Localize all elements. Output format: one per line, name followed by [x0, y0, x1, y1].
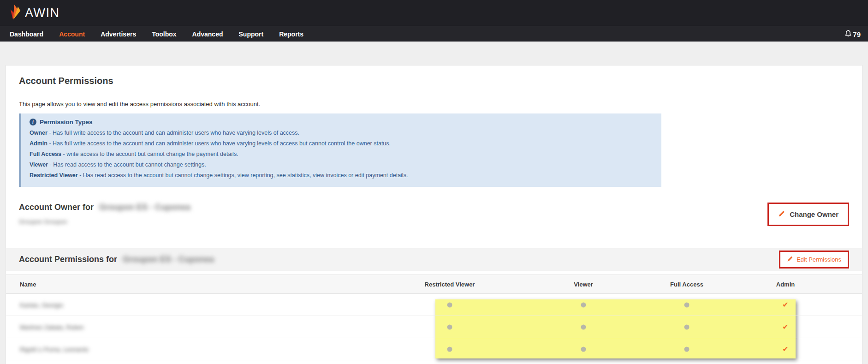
permission-term: Admin [30, 140, 48, 147]
owner-name-redacted: Groupon Groupon [19, 218, 190, 225]
edit-permissions-annotation-box: Edit Permissions [779, 251, 849, 269]
radio-dot-icon [447, 324, 452, 329]
radio-dot-icon [581, 346, 586, 352]
edit-permissions-label: Edit Permissions [797, 256, 841, 263]
nav-item-dashboard[interactable]: Dashboard [2, 26, 51, 42]
pencil-icon [778, 210, 785, 219]
edit-permissions-button[interactable]: Edit Permissions [780, 252, 848, 267]
permission-desc: write access to the account but cannot c… [66, 151, 238, 157]
admin-check-icon: ✔ [782, 346, 788, 353]
nav-item-toolbox[interactable]: Toolbox [144, 26, 184, 42]
app-header: AWIN [0, 0, 868, 26]
column-header-restricted-viewer: Restricted Viewer [425, 281, 475, 288]
account-permissions-section-header: Account Permissions for Groupon ES - Cup… [6, 248, 862, 271]
pencil-icon [787, 256, 793, 263]
main-nav: Dashboard Account Advertisers Toolbox Ad… [0, 26, 868, 42]
radio-viewer-unselected[interactable] [581, 346, 586, 352]
account-owner-section: Account Owner for Groupon ES - Cuponea G… [19, 203, 849, 226]
admin-check-icon: ✔ [782, 301, 788, 309]
user-name-redacted: Rigolli Li Puma, Leonardo [20, 346, 89, 352]
nav-item-advertisers[interactable]: Advertisers [93, 26, 144, 42]
table-row: Rigolli Li Puma, Leonardo ✔ [6, 338, 862, 360]
permission-desc: Has read access to the account but canno… [83, 172, 408, 179]
user-name-redacted: Kantas, Georgio [20, 301, 63, 308]
separator: - [50, 161, 52, 168]
permission-type-viewer: Viewer - Has read access to the account … [30, 160, 653, 170]
awin-flame-icon [9, 4, 22, 22]
info-icon: i [30, 119, 36, 125]
nav-item-reports[interactable]: Reports [271, 26, 311, 42]
notifications-button[interactable]: 79 [844, 26, 861, 42]
radio-dot-icon [684, 324, 690, 329]
table-row: Martinez Zabala, Ruben ✔ [6, 316, 862, 338]
radio-dot-icon [684, 302, 690, 307]
logo-text: AWIN [25, 6, 60, 20]
permission-types-infobox: i Permission Types Owner - Has full writ… [19, 113, 661, 187]
infobox-title: i Permission Types [30, 119, 653, 125]
permission-desc: Has read access to the account but canno… [53, 161, 206, 168]
nav-item-advanced[interactable]: Advanced [184, 26, 231, 42]
radio-viewer-unselected[interactable] [581, 302, 586, 307]
notifications-count: 79 [853, 30, 861, 38]
separator: - [63, 151, 65, 157]
separator: - [79, 172, 81, 179]
column-header-full-access: Full Access [670, 281, 703, 288]
permission-term: Full Access [30, 151, 61, 157]
account-permissions-heading: Account Permissions for Groupon ES - Cup… [19, 255, 214, 264]
radio-full-access-unselected[interactable] [684, 302, 690, 307]
radio-restricted-viewer-unselected[interactable] [447, 346, 452, 352]
permission-term: Viewer [30, 161, 48, 168]
radio-full-access-unselected[interactable] [684, 346, 690, 352]
radio-dot-icon [447, 302, 452, 307]
radio-dot-icon [581, 302, 586, 307]
account-name-redacted: Groupon ES - Cuponea [123, 255, 214, 264]
permission-type-full-access: Full Access - write access to the accoun… [30, 149, 653, 160]
permission-type-owner: Owner - Has full write access to the acc… [30, 128, 653, 138]
change-owner-label: Change Owner [790, 210, 838, 218]
radio-full-access-unselected[interactable] [684, 324, 690, 329]
account-owner-info: Account Owner for Groupon ES - Cuponea G… [19, 203, 190, 225]
radio-dot-icon [447, 346, 452, 352]
account-owner-heading-text: Account Owner for [19, 203, 94, 212]
separator: - [49, 130, 51, 136]
nav-item-support[interactable]: Support [231, 26, 272, 42]
infobox-title-text: Permission Types [40, 119, 93, 125]
column-header-name: Name [20, 281, 36, 288]
permission-term: Restricted Viewer [30, 172, 78, 179]
column-header-viewer: Viewer [574, 281, 593, 288]
account-permissions-card: Account Permissions This page allows you… [6, 65, 862, 364]
bell-icon [844, 30, 852, 39]
radio-dot-icon [684, 346, 690, 352]
change-owner-annotation-box: Change Owner [767, 203, 849, 226]
permission-term: Owner [30, 130, 48, 136]
account-owner-heading: Account Owner for Groupon ES - Cuponea [19, 203, 190, 212]
awin-logo[interactable]: AWIN [9, 4, 60, 22]
permission-type-admin: Admin - Has full write access to the acc… [30, 138, 653, 149]
radio-dot-icon [581, 324, 586, 329]
radio-restricted-viewer-unselected[interactable] [447, 324, 452, 329]
admin-check-icon: ✔ [782, 323, 788, 331]
radio-restricted-viewer-unselected[interactable] [447, 302, 452, 307]
user-name-redacted: Martinez Zabala, Ruben [20, 323, 84, 330]
permissions-table-body: Kantas, Georgio ✔ Martinez Zabala, Ruben… [6, 294, 862, 360]
radio-viewer-unselected[interactable] [581, 324, 586, 329]
permission-type-restricted-viewer: Restricted Viewer - Has read access to t… [30, 170, 653, 181]
change-owner-button[interactable]: Change Owner [769, 204, 848, 225]
permissions-table-header: Name Restricted Viewer Viewer Full Acces… [6, 274, 862, 294]
account-name-redacted: Groupon ES - Cuponea [99, 203, 190, 212]
nav-item-account[interactable]: Account [51, 26, 93, 42]
separator: - [49, 140, 51, 147]
table-row: Kantas, Georgio ✔ [6, 294, 862, 316]
permission-desc: Has full write access to the account and… [53, 140, 391, 147]
permission-desc: Has full write access to the account and… [53, 130, 299, 136]
page-intro: This page allows you to view and edit th… [19, 101, 849, 107]
column-header-admin: Admin [776, 281, 795, 288]
account-permissions-heading-text: Account Permissions for [19, 255, 117, 264]
page-title: Account Permissions [6, 66, 862, 93]
